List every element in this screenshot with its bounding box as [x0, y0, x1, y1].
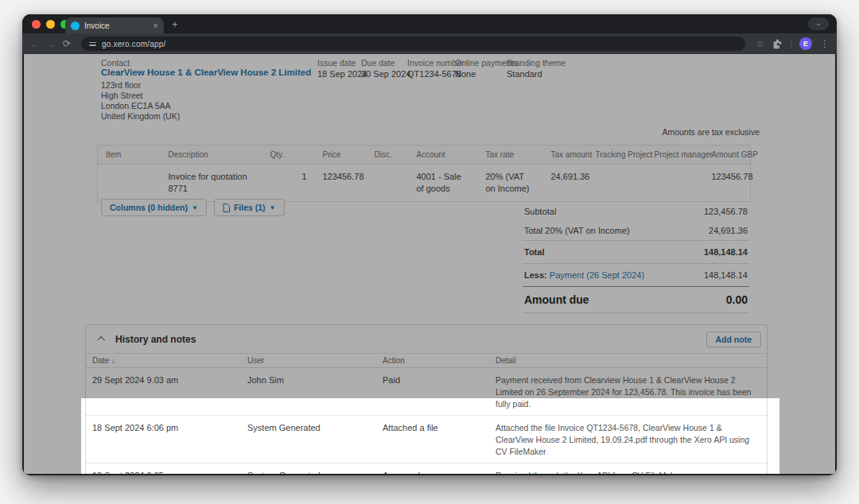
history-and-notes-card: History and notes Add note Date ↓ User A… [85, 324, 768, 474]
sort-desc-icon: ↓ [111, 356, 115, 365]
cell-qty: 1 [262, 165, 315, 202]
line-items-header-row: Item Description Qty. Price Disc. Accoun… [98, 145, 751, 165]
add-note-button[interactable]: Add note [706, 331, 762, 347]
cell-disc [367, 165, 409, 202]
history-header-row: Date ↓ User Action Detail [86, 354, 767, 368]
history-date: 29 Sept 2024 9.03 am [92, 368, 247, 415]
col-description: Description [161, 145, 262, 165]
payment-link[interactable]: Payment (26 Sept 2024) [550, 270, 644, 280]
files-button-label: Files (1) [234, 203, 266, 212]
url-text: go.xero.com/app/ [102, 40, 165, 48]
history-title: History and notes [115, 334, 196, 345]
amount-due-value: 0.00 [726, 293, 748, 306]
col-disc: Disc. [367, 145, 409, 165]
branding-theme-label: Branding theme [507, 58, 566, 68]
history-col-detail: Detail [496, 356, 767, 365]
history-action: Paid [383, 368, 496, 415]
bookmark-star-icon[interactable]: ☆ [756, 39, 764, 48]
history-action: Approved [383, 463, 496, 474]
close-window-button[interactable] [32, 20, 41, 29]
cell-item [98, 165, 161, 202]
branding-theme-value: Standard [507, 69, 542, 79]
forward-icon[interactable]: → [46, 39, 56, 48]
browser-toolbar: ← → ⟳ go.xero.com/app/ ☆ E ⋮ [22, 33, 837, 54]
subtotal-value: 123,456.78 [704, 207, 748, 216]
col-tax-amount: Tax amount [543, 145, 588, 165]
files-button[interactable]: Files (1) ▼ [214, 199, 285, 216]
due-date-label: Due date [361, 58, 395, 68]
minimize-window-button[interactable] [46, 20, 55, 29]
cell-amount-gbp: 123456.78 [704, 165, 751, 202]
due-date-value: 30 Sep 2024 [361, 69, 410, 79]
tax-total-label: Total 20% (VAT on Income) [524, 226, 630, 235]
address-bar[interactable]: go.xero.com/app/ [81, 37, 745, 51]
history-action: Attached a file [383, 416, 496, 463]
window-controls[interactable] [32, 20, 69, 29]
history-user: John Sim [247, 368, 383, 415]
invoice-number-value: QT1234-5678 [407, 69, 461, 79]
col-project-manager: Project manager [647, 145, 704, 165]
history-row-attached-file: 18 Sept 2024 6:06 pm System Generated At… [86, 416, 767, 463]
tab-close-icon[interactable]: × [154, 21, 158, 30]
less-label: Less: [524, 270, 547, 280]
tax-total-value: 24,691.36 [709, 226, 748, 235]
history-row-approved: 18 Sept 2024 6:05 pm System Generated Ap… [86, 463, 767, 474]
cell-tax-rate: 20% (VAT on Income) [478, 165, 543, 202]
history-detail: Received through the Xero API from CV Fi… [496, 463, 767, 474]
total-label: Total [524, 247, 544, 257]
issue-date-label: Issue date [317, 58, 356, 68]
extensions-icon[interactable] [772, 39, 783, 49]
col-item: Item [98, 145, 161, 165]
contact-address: 123rd floor High Street London EC1A 5AA … [101, 80, 180, 122]
tax-exclusive-note: Amounts are tax exclusive [662, 127, 760, 137]
col-tracking-project: Tracking Project [588, 145, 647, 165]
cell-price: 123456.78 [315, 165, 367, 202]
line-items-table: Item Description Qty. Price Disc. Accoun… [97, 145, 751, 202]
history-detail: Attached the file Invoice QT1234-5678, C… [496, 416, 767, 463]
back-icon[interactable]: ← [29, 39, 39, 48]
totals-panel: Subtotal 123,456.78 Total 20% (VAT on In… [523, 202, 749, 313]
tab-title: Invoice [84, 21, 149, 30]
xero-favicon [71, 21, 80, 30]
browser-menu-icon[interactable]: ⋮ [820, 39, 830, 48]
invoice-page: Contact ClearView House 1 & ClearView Ho… [24, 54, 835, 474]
history-row-paid: 29 Sept 2024 9.03 am John Sim Paid Payme… [86, 368, 767, 416]
chevron-down-icon: ▼ [192, 204, 198, 211]
collapse-chevron-icon[interactable] [97, 336, 105, 344]
amount-due-label: Amount due [524, 293, 589, 306]
columns-button[interactable]: Columns (0 hidden) ▼ [101, 199, 207, 216]
cell-account: 4001 - Sale of goods [409, 165, 478, 202]
columns-button-label: Columns (0 hidden) [110, 203, 188, 212]
less-amount: 148,148.14 [704, 270, 748, 280]
history-col-user: User [247, 356, 383, 365]
contact-name-link[interactable]: ClearView House 1 & ClearView House 2 Li… [101, 68, 311, 77]
tab-strip: Invoice × + ⌄ [22, 14, 837, 33]
history-col-date[interactable]: Date ↓ [92, 356, 247, 365]
col-tax-rate: Tax rate [478, 145, 543, 165]
new-tab-button[interactable]: + [172, 18, 178, 30]
file-icon [223, 204, 230, 212]
total-value: 148,148.14 [704, 247, 748, 257]
browser-window: Invoice × + ⌄ ← → ⟳ go.xero.com/app/ ☆ E… [22, 14, 837, 475]
online-payments-value: None [455, 69, 476, 79]
cell-tracking-project [588, 165, 647, 202]
col-qty: Qty. [262, 145, 315, 165]
chevron-down-icon: ▼ [270, 204, 276, 211]
profile-avatar[interactable]: E [799, 37, 812, 50]
col-account: Account [409, 145, 478, 165]
cell-project-manager [647, 165, 704, 202]
toolbar-divider [791, 39, 791, 49]
tab-search-chevron-icon[interactable]: ⌄ [808, 17, 829, 30]
cell-description: Invoice for quotation 8771 [161, 165, 262, 202]
subtotal-label: Subtotal [524, 207, 556, 216]
browser-tab-invoice[interactable]: Invoice × [65, 17, 164, 33]
line-item-row[interactable]: Invoice for quotation 8771 1 123456.78 4… [98, 165, 751, 202]
reload-icon[interactable]: ⟳ [63, 39, 71, 48]
issue-date-value: 18 Sep 2024 [317, 69, 367, 79]
history-user: System Generated [247, 416, 383, 463]
cell-tax-amount: 24,691.36 [543, 165, 588, 202]
history-date: 18 Sept 2024 6:05 pm [92, 463, 247, 474]
site-settings-icon[interactable] [89, 42, 96, 46]
history-col-action: Action [383, 356, 496, 365]
col-price: Price [315, 145, 367, 165]
